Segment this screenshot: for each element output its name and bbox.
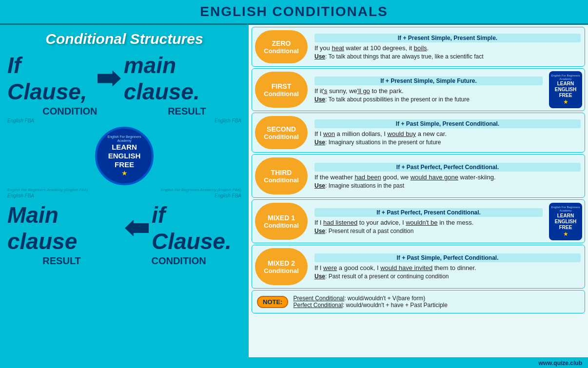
second-badge: SECOND Conditional [255,116,308,149]
watermark-3: English For Beginners Academy (English F… [7,188,88,192]
condition-label-bottom: CONDITION [151,255,206,267]
watermark-1: English FBA [7,118,34,123]
first-use: Use: To talk about possibilities in the … [314,96,543,103]
third-badge-title: THIRD [271,169,292,176]
zero-use: Use: To talk about things that are alway… [314,53,581,60]
center-logo: English For Beginners Academy LEARN ENGL… [0,124,249,188]
second-example: If I won a million dollars, I would buy … [314,130,581,137]
first-badge-title: FIRST [272,82,291,90]
logo-main-text: LEARN ENGLISH FREE [108,143,141,169]
zero-badge: ZERO Conditional [255,30,308,63]
watermark-2: English FBA [215,118,241,123]
first-badge: FIRST Conditional [255,72,308,108]
left-title: Conditional Structures [10,31,239,47]
footer: www.quize.club [0,357,588,368]
first-formula: If + Present Simple, Simple Future. [314,77,543,85]
watermark-5: English FBA [7,193,34,198]
third-conditional-row: THIRD Conditional If + Past Perfect, Per… [252,154,585,198]
main-clause-text: main clause. [124,52,241,105]
mixed1-badge-sub: Conditional [264,222,299,229]
bottom-if-clause: if Clause. [152,202,241,254]
zero-conditional-row: ZERO Conditional If + Present Simple, Pr… [252,27,585,67]
mixed1-example: If I had listened to your advice, I woul… [314,219,543,226]
first-learn-badge: English For Beginners Academy LEARNENGLI… [547,69,585,111]
if-clause-text: If Clause, [7,52,95,105]
first-example: If it's sunny, we'll go to the park. [314,87,543,95]
note-row: NOTE: Present Conditional: would/wouldn'… [252,290,585,313]
bottom-main-clause: Main clause [7,202,122,254]
result-label-bottom: RESULT [42,255,81,267]
svg-marker-0 [98,70,121,86]
condition-label: CONDITION [42,106,97,117]
third-example: If the weather had been good, we would h… [314,174,581,181]
mixed2-use: Use: Past result of a present or continu… [314,273,581,280]
note-content: Present Conditional: would/wouldn't + V(… [293,295,447,309]
left-panel: Conditional Structures If Clause, main c… [0,25,249,357]
zero-badge-sub: Conditional [264,47,299,55]
mixed2-conditional-row: MIXED 2 Conditional If + Past Simple, Pe… [252,245,585,289]
svg-marker-1 [125,220,149,236]
logo-bottom-star: ★ [121,169,128,177]
second-use: Use: Imaginary situations in the present… [314,139,581,146]
mixed2-formula: If + Past Simple, Perfect Conditional. [314,253,581,262]
mixed1-formula: If + Past Perfect, Present Conditional. [314,208,543,217]
mixed1-conditional-row: MIXED 1 Conditional If + Past Perfect, P… [252,199,585,243]
logo-top-text: English For Beginners Academy [101,135,148,143]
first-badge-sub: Conditional [264,90,299,97]
arrow-left-icon [125,219,149,237]
mixed1-use: Use: Present result of a past condition [314,228,543,234]
third-use: Use: Imagine situations in the past [314,182,581,189]
page-title: ENGLISH CONDITIONALS [0,4,588,19]
second-badge-sub: Conditional [264,133,299,140]
right-panel: ZERO Conditional If + Present Simple, Pr… [249,25,588,357]
mixed2-badge-sub: Conditional [264,267,299,274]
watermark-4: English For Beginners Academy (English F… [160,188,241,192]
third-formula: If + Past Perfect, Perfect Conditional. [314,163,581,172]
second-badge-title: SECOND [267,125,296,133]
watermark-6: English FBA [215,193,241,198]
zero-example: If you heat water at 100 degrees, it boi… [314,44,581,52]
mixed1-badge-title: MIXED 1 [268,214,295,222]
third-badge-sub: Conditional [264,176,299,184]
arrow-right-icon [98,69,121,88]
mixed1-learn-badge: English For Beginners Academy LEARNENGLI… [547,200,585,243]
first-conditional-row: FIRST Conditional If + Present Simple, S… [252,68,585,111]
second-conditional-row: SECOND Conditional If + Past Simple, Pre… [252,113,585,153]
second-formula: If + Past Simple, Present Conditional. [314,119,581,128]
third-badge: THIRD Conditional [255,157,308,194]
result-label-top: RESULT [168,106,206,117]
mixed2-badge: MIXED 2 Conditional [255,248,308,285]
note-badge: NOTE: [257,296,288,308]
mixed2-example: If I were a good cook, I would have invi… [314,264,581,271]
zero-badge-title: ZERO [272,39,291,47]
zero-formula: If + Present Simple, Present Simple. [314,34,581,42]
footer-url: www.quize.club [538,360,582,367]
mixed2-badge-title: MIXED 2 [268,259,295,267]
mixed1-badge: MIXED 1 Conditional [255,203,308,240]
